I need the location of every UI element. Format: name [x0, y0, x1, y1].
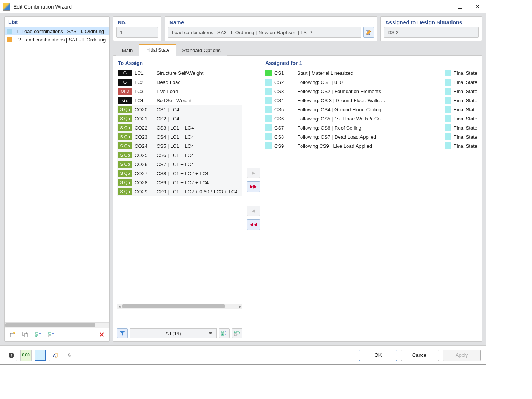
code-cell: CS5 — [274, 107, 297, 112]
list-horizontal-scrollbar[interactable] — [5, 322, 109, 328]
move-all-left-button[interactable]: ◀◀ — [247, 219, 260, 230]
move-left-button[interactable]: ◀ — [247, 206, 260, 216]
close-button[interactable]: ✕ — [469, 1, 486, 13]
list-item-label: Load combinations | SA1 - I. Ordnung — [23, 37, 106, 43]
final-state-label: Final State — [454, 89, 477, 94]
to-assign-row[interactable]: QI D LC3 Live Load — [117, 87, 242, 96]
formula-button[interactable]: fx — [63, 350, 75, 361]
to-assign-row[interactable]: S Qp CO20 CS1 | LC4 — [117, 105, 242, 114]
to-assign-row[interactable]: S Qp CO27 CS8 | LC1 + LC2 + LC4 — [117, 169, 242, 178]
to-assign-row[interactable]: G LC1 Structure Self-Weight — [117, 68, 242, 78]
final-state-label: Final State — [454, 70, 477, 76]
to-assign-grid[interactable]: G LC1 Structure Self-WeightG LC2 Dead Lo… — [117, 68, 242, 326]
copy-item-button[interactable] — [21, 330, 30, 340]
list-item[interactable]: 2 Load combinations | SA1 - I. Ordnung — [5, 35, 109, 44]
list-toolbar: ✕ — [5, 328, 109, 341]
help-button[interactable]: i — [6, 350, 17, 361]
edit-name-button[interactable] — [363, 27, 374, 38]
assigned-row[interactable]: CS1 Start | Material Linearized Final St… — [264, 68, 478, 78]
cancel-button[interactable]: Cancel — [401, 350, 439, 361]
code-cell: CS8 — [274, 134, 297, 140]
assigned-row[interactable]: CS4 Following: CS 3 | Ground Floor: Wall… — [264, 96, 478, 105]
title-bar: Edit Combination Wizard ✕ — [0, 0, 486, 13]
to-assign-row[interactable]: S Qp CO22 CS3 | LC1 + LC4 — [117, 123, 242, 132]
to-assign-row[interactable]: S Qp CO24 CS5 | LC1 + LC4 — [117, 141, 242, 150]
move-all-right-button[interactable]: ▶▶ — [247, 181, 260, 192]
desc-cell: CS1 | LC4 — [157, 107, 242, 112]
final-state-label: Final State — [454, 125, 477, 131]
to-assign-row[interactable]: S Qp CO26 CS7 | LC1 + LC4 — [117, 160, 242, 169]
code-cell: CS1 — [274, 70, 297, 76]
assigned-row[interactable]: CS8 Following: CS7 | Dead Load Applied F… — [264, 132, 478, 141]
filter-button[interactable] — [117, 328, 128, 338]
svg-point-1 — [13, 332, 15, 333]
final-state-cell: Final State — [442, 142, 477, 149]
to-assign-row[interactable]: S Qp CO28 CS9 | LC1 + LC2 + LC4 — [117, 178, 242, 187]
svg-text:A: A — [53, 353, 56, 358]
code-cell: CS2 — [274, 79, 297, 85]
window: Edit Combination Wizard ✕ List 1 Load co… — [0, 0, 486, 365]
minimize-button[interactable] — [434, 1, 451, 13]
to-assign-row[interactable]: Gs LC4 Soil Self-Weight — [117, 96, 242, 105]
assigned-for-grid[interactable]: CS1 Start | Material Linearized Final St… — [264, 68, 478, 338]
svg-rect-7 — [49, 335, 51, 337]
tab-standard-options[interactable]: Standard Options — [176, 45, 227, 56]
assigned-row[interactable]: CS9 Following CS9 | Live Load Applied Fi… — [264, 141, 478, 150]
uncheck-all-button[interactable] — [232, 328, 242, 338]
assigned-row[interactable]: CS6 Following: CS5 | 1st Floor: Walls & … — [264, 114, 478, 123]
final-state-cell: Final State — [442, 70, 477, 76]
to-assign-row[interactable]: S Qp CO23 CS4 | LC1 + LC4 — [117, 132, 242, 141]
assigned-input[interactable]: DS 2 — [384, 27, 479, 38]
status-tag — [265, 88, 272, 95]
final-state-cell: Final State — [442, 97, 477, 104]
delete-button[interactable]: ✕ — [97, 330, 106, 340]
list-item-label: Load combinations | SA3 - I. Ordnung | — [22, 28, 107, 34]
no-field-group: No. 1 — [113, 16, 162, 41]
desc-cell: Following: CS2 | Foundation Elements — [297, 89, 442, 94]
tab-main[interactable]: Main — [116, 45, 139, 56]
color-swatch — [7, 29, 12, 34]
code-cell: CO29 — [135, 189, 157, 195]
to-assign-row[interactable]: G LC2 Dead Load — [117, 78, 242, 87]
final-state-cell: Final State — [442, 79, 477, 86]
apply-button[interactable]: Apply — [443, 350, 481, 361]
assigned-row[interactable]: CS3 Following: CS2 | Foundation Elements… — [264, 87, 478, 96]
assigned-field-group: Assigned to Design Situations DS 2 — [380, 16, 482, 41]
name-input[interactable]: Load combinations | SA3 - I. Ordnung | N… — [168, 27, 361, 38]
ok-button[interactable]: OK — [359, 350, 397, 361]
category-tag: S Qp — [118, 133, 132, 140]
desc-cell: Following: CS1 | u=0 — [297, 79, 442, 85]
no-input[interactable]: 1 — [116, 27, 158, 38]
code-cell: CO28 — [135, 180, 157, 185]
select-all-button[interactable] — [33, 330, 43, 340]
svg-rect-0 — [10, 333, 14, 337]
assigned-row[interactable]: CS7 Following: CS6 | Roof Ceiling Final … — [264, 123, 478, 132]
no-label: No. — [116, 18, 158, 25]
code-cell: LC1 — [135, 70, 157, 76]
list-item[interactable]: 1 Load combinations | SA3 - I. Ordnung | — [5, 27, 109, 35]
color-mode-button[interactable] — [35, 350, 46, 361]
category-tag: S Qp — [118, 170, 132, 177]
new-item-button[interactable] — [8, 330, 17, 340]
to-assign-row[interactable]: S Qp CO29 CS9 | LC1 + LC2 + 0.60 * LC3 +… — [117, 187, 242, 196]
tab-area: Main Initial State Standard Options To A… — [113, 44, 482, 342]
units-button[interactable]: 0,00 — [20, 350, 32, 361]
text-tool-button[interactable]: A — [49, 350, 60, 361]
assigned-row[interactable]: CS5 Following: CS4 | Ground Floor: Ceili… — [264, 105, 478, 114]
to-assign-column: To Assign G LC1 Structure Self-WeightG L… — [117, 59, 242, 338]
deselect-all-button[interactable] — [46, 330, 56, 340]
category-tag: Gs — [118, 97, 132, 104]
to-assign-row[interactable]: S Qp CO21 CS2 | LC4 — [117, 114, 242, 123]
category-tag: S Qp — [118, 161, 132, 168]
to-assign-scrollbar[interactable]: ◂ ▸ — [117, 304, 242, 309]
svg-rect-3 — [24, 334, 28, 337]
to-assign-row[interactable]: S Qp CO25 CS6 | LC1 + LC4 — [117, 150, 242, 160]
code-cell: CO23 — [135, 134, 157, 140]
tab-initial-state[interactable]: Initial State — [139, 44, 176, 56]
category-tag: G — [118, 79, 132, 86]
move-right-button[interactable]: ▶ — [247, 168, 260, 178]
filter-dropdown[interactable]: All (14) — [130, 328, 217, 338]
assigned-row[interactable]: CS2 Following: CS1 | u=0 Final State — [264, 78, 478, 87]
check-all-button[interactable] — [219, 328, 230, 338]
maximize-button[interactable] — [451, 1, 469, 13]
